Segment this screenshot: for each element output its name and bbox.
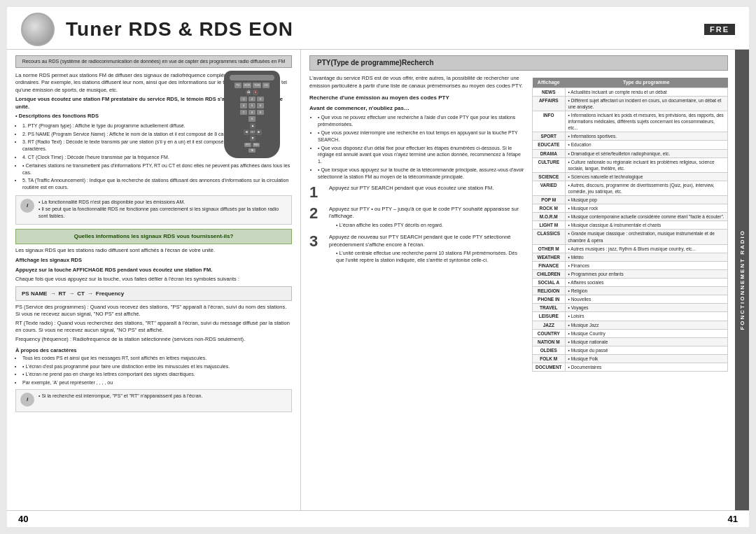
list-item: • L'écran ne prend pas en charge les let… <box>22 371 292 378</box>
pty-code-cell: VARIED <box>533 181 566 195</box>
pty-code-cell: COUNTRY <box>533 329 566 337</box>
list-item: • Que vous pouvez interrompre une recher… <box>318 129 525 143</box>
num6[interactable]: 6 <box>257 103 264 108</box>
step-3: 3 Appuyez de nouveau sur PTY SEARCH pend… <box>309 234 525 264</box>
note-text: • La fonctionnalité RDS n'est pas dispon… <box>38 199 287 219</box>
vcr-button[interactable]: VCR <box>243 83 251 88</box>
numpad-row4: 0 <box>230 116 274 122</box>
content-area: Recours au RDS (système de radiocommunic… <box>7 50 749 510</box>
avant-bullets: • Que vous ne pouvez effectuer une reche… <box>309 114 525 180</box>
pty-code-cell: SCIENCE <box>533 172 566 181</box>
tun-button[interactable]: TUN <box>253 83 261 88</box>
pty-desc-cell: • Musique nationale <box>565 337 727 346</box>
num8[interactable]: 8 <box>248 110 255 115</box>
right-panel: PTY(Type de programme)Recherch L'avantag… <box>301 50 749 510</box>
dpad-down[interactable]: ▼ <box>250 136 255 141</box>
num7[interactable]: 7 <box>240 110 247 115</box>
flow-diagram: PS NAME → RT → CT → Frequency <box>15 286 292 301</box>
pty-desc-cell: • Documentaires <box>565 363 727 371</box>
flow-step: Frequency <box>96 290 124 297</box>
list-item: Par exemple, 'A' peut représenter , , , … <box>22 379 292 386</box>
pty-code-cell: LIGHT M <box>533 221 566 230</box>
dpad-left[interactable]: ◄ <box>244 129 249 135</box>
right-sidebar: FONCTIONNEMENT RADIO <box>735 50 749 510</box>
num4[interactable]: 4 <box>240 103 247 108</box>
pty-desc-cell: • Différent sujet affectant un incident … <box>565 96 727 111</box>
pty-code-cell: CLASSICS <box>533 230 566 244</box>
remote-row-top: TV VCR TUN CD <box>230 83 274 88</box>
num2[interactable]: 2 <box>248 97 255 102</box>
pty-code-cell: CHILDREN <box>533 269 566 278</box>
flow-step: CT <box>77 290 85 297</box>
pty-code-cell: CULTURE <box>533 157 566 172</box>
pty-code-cell: WEATHER <box>533 253 566 261</box>
num9[interactable]: 9 <box>257 110 264 115</box>
rds-btn[interactable]: RDS <box>253 143 260 147</box>
pty-code-cell: INFO <box>533 111 566 132</box>
page-title: Tuner RDS & RDS EON <box>66 18 293 41</box>
pty-code-cell: ROCK M <box>533 204 566 213</box>
num5[interactable]: 5 <box>248 103 255 108</box>
pty-code-cell: DRAMA <box>533 149 566 157</box>
numpad-row2: 4 5 6 <box>230 103 274 108</box>
numpad-row1: 1 2 3 <box>230 97 274 102</box>
step-2: 2 Appuyez sur PTY • ou PTY – jusqu'à ce … <box>309 206 525 229</box>
note-row: i • La fonctionnalité RDS n'est pas disp… <box>20 199 287 219</box>
page-right: 41 <box>728 514 738 524</box>
header-bar: Tuner RDS & RDS EON FRE <box>7 7 749 50</box>
page-wrapper: Tuner RDS & RDS EON FRE Recours au RDS (… <box>7 7 749 527</box>
tv-button[interactable]: TV <box>234 83 241 88</box>
dpad-right[interactable]: ► <box>256 129 262 135</box>
right-content: L'avantage du service RDS est de vous of… <box>309 75 728 372</box>
dpad: ▲ ◄ ENT ► ▼ <box>244 123 260 141</box>
pty-code-cell: AFFAIRS <box>533 96 566 111</box>
pty-desc-cell: • Musique Jazz <box>565 321 727 329</box>
pty-table: Affichage Type du programme NEWS• Actual… <box>532 78 728 372</box>
affichage-section: Affichage les signaux RDS Appuyez sur la… <box>15 257 292 343</box>
mute-button[interactable]: 🔇 <box>253 90 258 95</box>
pty-code-cell: M.O.R.M <box>533 213 566 221</box>
note-icon: i <box>20 199 34 213</box>
pty-desc-cell: • Loisirs <box>565 312 727 321</box>
pty-desc-cell: • Grande musique classique : orchestrati… <box>565 230 727 244</box>
pty-code-cell: SOCIAL A <box>533 279 566 287</box>
pty-code-cell: JAZZ <box>533 321 566 329</box>
pty-code-cell: RELIGION <box>533 287 566 295</box>
rds-banner: Recours au RDS (système de radiocommunic… <box>15 55 292 68</box>
list-item: Tous les codes PS et ainsi que les messa… <box>22 355 292 362</box>
pty-btn[interactable]: PTY <box>244 143 251 147</box>
pty-desc-cell: • Religion <box>565 287 727 295</box>
pty-code-cell: DOCUMENT <box>533 363 566 371</box>
power-button[interactable]: ⏻ <box>246 90 251 95</box>
quelles-section: Les signaux RDS que les stations radio d… <box>15 247 292 344</box>
flow-step: PS NAME <box>22 290 47 297</box>
pty-code-cell: OTHER M <box>533 244 566 253</box>
apropos-section: À propos des caractères Tous les codes P… <box>15 347 292 412</box>
enter-button[interactable]: ENT <box>250 129 255 135</box>
col-header-affichage: Affichage <box>533 78 566 87</box>
pty-desc-cell: • Musique pop <box>565 196 727 204</box>
remote-control: TV VCR TUN CD ⏻ 🔇 1 2 3 4 <box>224 71 287 158</box>
pty-code-cell: NEWS <box>533 87 566 96</box>
remote-body: TV VCR TUN CD ⏻ 🔇 1 2 3 4 <box>224 71 280 158</box>
num1[interactable]: 1 <box>240 97 247 102</box>
left-panel: Recours au RDS (système de radiocommunic… <box>7 50 301 510</box>
dpad-up[interactable]: ▲ <box>250 123 255 129</box>
arrow-icon: → <box>69 290 74 297</box>
pty-banner: PTY(Type de programme)Recherch <box>309 55 728 71</box>
fre-badge: FRE <box>704 24 735 35</box>
ta-btn[interactable]: TA <box>248 148 255 153</box>
pty-desc-cell: • Affaires sociales <box>565 279 727 287</box>
note-row2: i • Si la recherche est interrompue, "PS… <box>20 393 287 407</box>
misc-buttons: PTY RDS <box>230 143 274 147</box>
pty-code-cell: PHONE IN <box>533 295 566 304</box>
pty-desc-cell: • Culture nationale ou régionale incluan… <box>565 157 727 172</box>
col-header-type: Type du programme <box>565 78 727 87</box>
num3[interactable]: 3 <box>257 97 264 102</box>
pty-desc-cell: • Musique rock <box>565 204 727 213</box>
page-numbers: 40 41 <box>7 510 749 527</box>
pty-desc-cell: • Musique contemporaine actuelle considé… <box>565 213 727 221</box>
pty-code-cell: NATION M <box>533 337 566 346</box>
num0[interactable]: 0 <box>248 116 255 122</box>
cd-button[interactable]: CD <box>262 83 270 88</box>
